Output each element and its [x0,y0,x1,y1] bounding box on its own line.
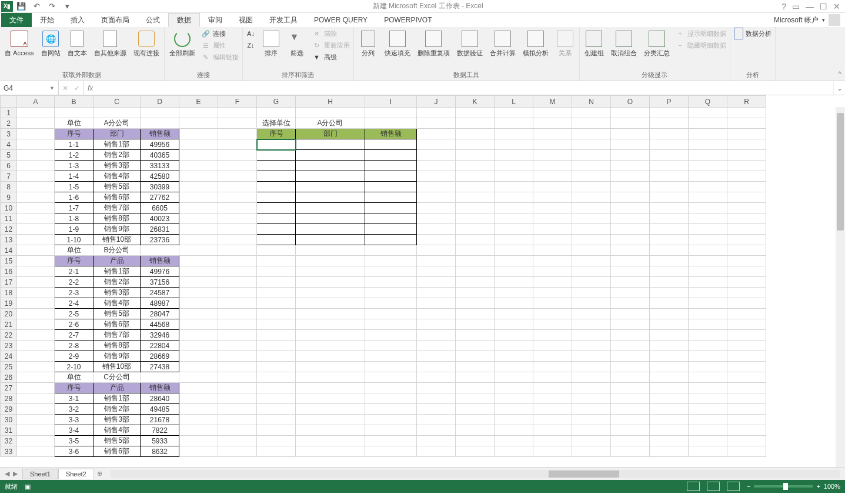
tab-home[interactable]: 开始 [32,13,62,27]
cell-E4[interactable] [179,139,218,150]
cell-F31[interactable] [218,425,257,436]
cell-L2[interactable] [495,118,533,129]
cell-F20[interactable] [218,309,257,319]
cell-R23[interactable] [727,341,766,351]
cell-K1[interactable] [456,108,495,118]
cell-I28[interactable] [365,393,417,404]
cell-I2[interactable] [365,118,417,129]
cell-F15[interactable] [218,256,257,266]
cell-R8[interactable] [727,182,766,192]
cell-B6[interactable]: 1-3 [55,161,93,171]
cell-G12[interactable] [257,224,296,235]
show-detail-button[interactable]: +显示明细数据 [674,28,727,39]
cell-B2[interactable]: 单位 [55,118,93,129]
cell-C29[interactable]: 销售2部 [93,404,141,415]
cell-G8[interactable] [257,182,296,192]
cell-A25[interactable] [17,362,55,372]
data-analysis-button[interactable]: 数据分析 [733,28,773,39]
cell-I18[interactable] [365,288,417,298]
cell-Q29[interactable] [689,404,727,415]
cell-P30[interactable] [650,415,689,425]
cell-J17[interactable] [417,277,456,288]
cell-E33[interactable] [179,446,218,457]
cell-O17[interactable] [611,277,650,288]
cell-G31[interactable] [257,425,296,436]
cell-P26[interactable] [650,372,689,383]
cell-N26[interactable] [572,372,611,383]
cell-A27[interactable] [17,383,55,393]
cell-N17[interactable] [572,277,611,288]
cell-J15[interactable] [417,256,456,266]
col-header-P[interactable]: P [650,96,689,108]
cell-F6[interactable] [218,161,257,171]
cell-J18[interactable] [417,288,456,298]
cell-C31[interactable]: 销售4部 [93,425,141,436]
cell-D21[interactable]: 44568 [141,319,179,330]
col-header-R[interactable]: R [727,96,766,108]
cell-I23[interactable] [365,341,417,351]
cell-N12[interactable] [572,224,611,235]
worksheet-grid[interactable]: ABCDEFGHIJKLMNOPQR12单位A分公司选择单位A分公司3序号部门销… [0,95,845,467]
undo-button[interactable]: ↶ [29,1,44,12]
cell-A24[interactable] [17,351,55,362]
cell-I22[interactable] [365,330,417,341]
cell-C27[interactable]: 产品 [93,383,141,393]
cell-A23[interactable] [17,341,55,351]
add-sheet-button[interactable]: ⊕ [94,470,106,478]
cell-C14[interactable]: B分公司 [93,245,141,256]
vertical-scrollbar[interactable] [836,107,845,467]
cell-Q18[interactable] [689,288,727,298]
cell-I12[interactable] [365,224,417,235]
row-header-3[interactable]: 3 [1,129,17,139]
cell-B26[interactable]: 单位 [55,372,93,383]
remove-dup-button[interactable]: 删除重复项 [415,28,452,58]
cell-C8[interactable]: 销售5部 [93,182,141,192]
cell-I16[interactable] [365,266,417,277]
cell-E21[interactable] [179,319,218,330]
cell-N14[interactable] [572,245,611,256]
cell-C25[interactable]: 销售10部 [93,362,141,372]
cell-F1[interactable] [218,108,257,118]
cell-J2[interactable] [417,118,456,129]
cell-O15[interactable] [611,256,650,266]
cell-P22[interactable] [650,330,689,341]
row-header-14[interactable]: 14 [1,245,17,256]
cell-A29[interactable] [17,404,55,415]
cell-D29[interactable]: 49485 [141,404,179,415]
cell-D6[interactable]: 33133 [141,161,179,171]
cell-B14[interactable]: 单位 [55,245,93,256]
cell-H2[interactable]: A分公司 [296,118,365,129]
cell-F2[interactable] [218,118,257,129]
cell-O32[interactable] [611,436,650,446]
row-header-16[interactable]: 16 [1,266,17,277]
cell-G21[interactable] [257,319,296,330]
cell-H8[interactable] [296,182,365,192]
cell-E7[interactable] [179,171,218,182]
cell-C23[interactable]: 销售8部 [93,341,141,351]
cell-D28[interactable]: 28640 [141,393,179,404]
cell-R20[interactable] [727,309,766,319]
cell-G6[interactable] [257,161,296,171]
cell-E32[interactable] [179,436,218,446]
cell-Q24[interactable] [689,351,727,362]
cell-O10[interactable] [611,203,650,213]
cell-G27[interactable] [257,383,296,393]
row-header-10[interactable]: 10 [1,203,17,213]
tab-dev[interactable]: 开发工具 [261,13,306,27]
tab-file[interactable]: 文件 [1,13,32,27]
cell-M24[interactable] [533,351,572,362]
cell-N11[interactable] [572,213,611,224]
cell-M11[interactable] [533,213,572,224]
zoom-control[interactable]: − + 100% [747,483,840,490]
cell-C19[interactable]: 销售4部 [93,298,141,309]
cell-P13[interactable] [650,235,689,245]
cell-P15[interactable] [650,256,689,266]
hide-detail-button[interactable]: −隐藏明细数据 [674,40,727,51]
cell-R9[interactable] [727,192,766,203]
cell-E22[interactable] [179,330,218,341]
row-header-6[interactable]: 6 [1,161,17,171]
col-header-E[interactable]: E [179,96,218,108]
cell-J20[interactable] [417,309,456,319]
cell-E23[interactable] [179,341,218,351]
cell-E27[interactable] [179,383,218,393]
